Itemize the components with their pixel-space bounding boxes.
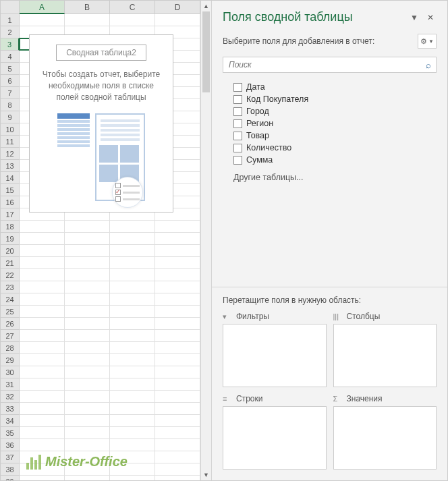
cell[interactable]: [155, 476, 200, 481]
row-header[interactable]: 18: [1, 221, 20, 233]
cell[interactable]: [65, 269, 110, 281]
cell[interactable]: [155, 403, 200, 415]
cell[interactable]: [20, 415, 65, 427]
cell[interactable]: [110, 476, 155, 481]
cell[interactable]: [155, 451, 200, 463]
cell[interactable]: [20, 306, 65, 318]
cell[interactable]: [110, 233, 155, 245]
cell[interactable]: [65, 306, 110, 318]
field-item[interactable]: Сумма: [233, 154, 426, 166]
cell[interactable]: [110, 281, 155, 293]
row-header[interactable]: 32: [1, 391, 20, 403]
cell[interactable]: [155, 378, 200, 391]
cell[interactable]: [110, 318, 155, 330]
cell[interactable]: [110, 391, 155, 403]
row-header[interactable]: 27: [1, 330, 20, 342]
col-header-d[interactable]: D: [155, 1, 200, 14]
cell[interactable]: [110, 342, 155, 354]
cell[interactable]: [110, 306, 155, 318]
row-header[interactable]: 31: [1, 378, 20, 391]
field-checkbox[interactable]: [233, 83, 242, 92]
cell[interactable]: [155, 245, 200, 257]
cell[interactable]: [20, 221, 65, 233]
values-dropbox[interactable]: [333, 406, 437, 470]
cell[interactable]: [155, 415, 200, 427]
cell[interactable]: [65, 476, 110, 481]
cell[interactable]: [155, 269, 200, 281]
cell[interactable]: [20, 451, 65, 463]
cell[interactable]: [65, 403, 110, 415]
row-header[interactable]: 39: [1, 476, 20, 481]
col-header-b[interactable]: B: [65, 1, 110, 14]
cell[interactable]: [65, 342, 110, 354]
cell[interactable]: [110, 330, 155, 342]
cell[interactable]: [65, 451, 110, 463]
cell[interactable]: [65, 463, 110, 476]
row-header[interactable]: 15: [1, 184, 20, 196]
cell[interactable]: [110, 378, 155, 391]
cell[interactable]: [65, 257, 110, 269]
spreadsheet-grid[interactable]: A B C D 12345678910111213141516171819202…: [1, 1, 200, 480]
cell[interactable]: [20, 342, 65, 354]
field-checkbox[interactable]: [233, 95, 242, 104]
filters-zone[interactable]: ▾ Фильтры: [223, 312, 327, 387]
cell[interactable]: [20, 269, 65, 281]
cell[interactable]: [155, 439, 200, 451]
cell[interactable]: [110, 415, 155, 427]
field-item[interactable]: Количество: [233, 142, 426, 154]
cell[interactable]: [65, 330, 110, 342]
cell[interactable]: [110, 257, 155, 269]
cell[interactable]: [110, 14, 155, 26]
cell[interactable]: [155, 391, 200, 403]
field-checkbox[interactable]: [233, 156, 242, 165]
row-header[interactable]: 2: [1, 26, 20, 38]
cell[interactable]: [110, 366, 155, 378]
cell[interactable]: [20, 330, 65, 342]
row-header[interactable]: 5: [1, 63, 20, 75]
cell[interactable]: [155, 330, 200, 342]
scroll-thumb[interactable]: [202, 11, 210, 92]
row-header[interactable]: 4: [1, 51, 20, 63]
cell[interactable]: [65, 391, 110, 403]
field-checkbox[interactable]: [233, 132, 242, 140]
search-box[interactable]: ⌕: [223, 57, 437, 73]
scroll-down-arrow[interactable]: ▼: [201, 470, 211, 480]
row-header[interactable]: 24: [1, 293, 20, 306]
row-header[interactable]: 35: [1, 427, 20, 439]
cell[interactable]: [65, 427, 110, 439]
layout-options-button[interactable]: ⚙ ▼: [418, 34, 437, 49]
row-header[interactable]: 22: [1, 269, 20, 281]
cell[interactable]: [155, 221, 200, 233]
cell[interactable]: [110, 463, 155, 476]
cell[interactable]: [110, 451, 155, 463]
field-checkbox[interactable]: [233, 144, 242, 152]
search-icon[interactable]: ⌕: [421, 60, 436, 70]
row-header[interactable]: 36: [1, 439, 20, 451]
field-item[interactable]: Город: [233, 105, 426, 117]
search-input[interactable]: [223, 60, 421, 69]
cell[interactable]: [155, 306, 200, 318]
row-header[interactable]: 8: [1, 99, 20, 111]
cell[interactable]: [65, 354, 110, 366]
cell[interactable]: [65, 366, 110, 378]
close-icon[interactable]: ✕: [424, 11, 437, 24]
row-header[interactable]: 16: [1, 196, 20, 208]
cell[interactable]: [155, 281, 200, 293]
cell[interactable]: [155, 366, 200, 378]
row-header[interactable]: 38: [1, 463, 20, 476]
cell[interactable]: [20, 391, 65, 403]
cell[interactable]: [110, 221, 155, 233]
rows-dropbox[interactable]: [223, 406, 327, 470]
cell[interactable]: [65, 415, 110, 427]
row-header[interactable]: 37: [1, 451, 20, 463]
cell[interactable]: [20, 233, 65, 245]
row-header[interactable]: 26: [1, 318, 20, 330]
field-checkbox[interactable]: [233, 107, 242, 116]
row-header[interactable]: 9: [1, 111, 20, 123]
cell[interactable]: [155, 14, 200, 26]
row-header[interactable]: 33: [1, 403, 20, 415]
cell[interactable]: [20, 245, 65, 257]
cell[interactable]: [65, 318, 110, 330]
cell[interactable]: [65, 221, 110, 233]
select-all-corner[interactable]: [1, 1, 20, 14]
